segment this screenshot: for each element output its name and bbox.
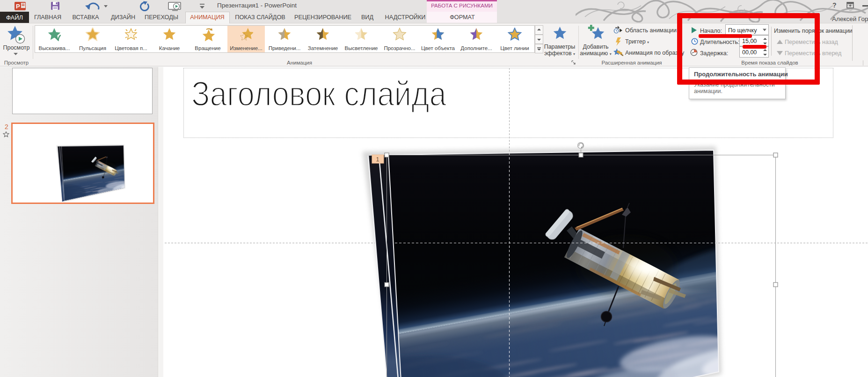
svg-text:1: 1 <box>376 156 379 163</box>
